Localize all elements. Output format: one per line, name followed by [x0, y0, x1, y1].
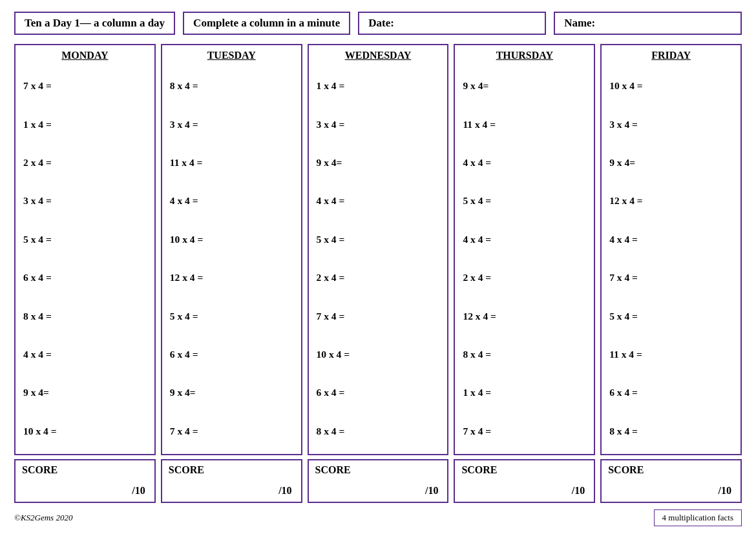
name-box: Name: — [554, 12, 742, 35]
header-row: Ten a Day 1— a column a day Complete a c… — [14, 12, 742, 35]
fact-item: 9 x 4= — [23, 386, 149, 398]
fact-item: 3 x 4 = — [609, 118, 735, 130]
fact-item: 10 x 4 = — [23, 425, 149, 437]
fact-item: 7 x 4 = — [23, 79, 149, 92]
fact-item: 7 x 4 = — [170, 425, 296, 437]
fact-item: 6 x 4 = — [23, 271, 149, 283]
day-column-friday: FRIDAY10 x 4 =3 x 4 =9 x 4=12 x 4 =4 x 4… — [600, 44, 742, 503]
score-label: SCORE — [315, 464, 441, 476]
fact-item: 9 x 4= — [609, 156, 735, 169]
fact-item: 10 x 4 = — [609, 79, 735, 92]
day-header-monday: MONDAY — [16, 45, 154, 64]
facts-badge: 4 multiplication facts — [654, 509, 742, 526]
day-column-wednesday: WEDNESDAY1 x 4 =3 x 4 =9 x 4=4 x 4 =5 x … — [308, 44, 449, 503]
score-box-monday: SCORE/10 — [14, 459, 156, 503]
fact-item: 10 x 4 = — [170, 233, 296, 245]
fact-item: 8 x 4 = — [463, 348, 589, 360]
fact-item: 12 x 4 = — [609, 194, 735, 207]
fact-item: 11 x 4 = — [609, 348, 735, 360]
instructions-box: Complete a column in a minute — [183, 12, 350, 35]
columns-area: MONDAY7 x 4 =1 x 4 =2 x 4 =3 x 4 =5 x 4 … — [14, 44, 742, 503]
fact-item: 5 x 4 = — [317, 233, 443, 245]
title-box: Ten a Day 1— a column a day — [14, 12, 175, 35]
day-column-monday: MONDAY7 x 4 =1 x 4 =2 x 4 =3 x 4 =5 x 4 … — [14, 44, 156, 503]
score-value: /10 — [461, 485, 587, 497]
fact-item: 6 x 4 = — [170, 348, 296, 360]
score-label: SCORE — [608, 464, 734, 476]
fact-item: 12 x 4 = — [463, 310, 589, 322]
fact-item: 4 x 4 = — [463, 156, 589, 169]
fact-item: 9 x 4= — [170, 386, 296, 398]
page: Ten a Day 1— a column a day Complete a c… — [0, 0, 756, 534]
score-box-wednesday: SCORE/10 — [308, 459, 449, 503]
fact-item: 5 x 4 = — [23, 233, 149, 245]
fact-item: 6 x 4 = — [609, 386, 735, 398]
fact-item: 5 x 4 = — [463, 194, 589, 207]
score-box-thursday: SCORE/10 — [454, 459, 595, 503]
facts-box-friday: FRIDAY10 x 4 =3 x 4 =9 x 4=12 x 4 =4 x 4… — [600, 44, 742, 455]
score-box-tuesday: SCORE/10 — [161, 459, 302, 503]
score-value: /10 — [608, 485, 734, 497]
fact-item: 3 x 4 = — [317, 118, 443, 130]
fact-item: 11 x 4 = — [463, 118, 589, 130]
facts-list-monday: 7 x 4 =1 x 4 =2 x 4 =3 x 4 =5 x 4 =6 x 4… — [16, 64, 154, 454]
fact-item: 10 x 4 = — [317, 348, 443, 360]
score-label: SCORE — [169, 464, 295, 476]
name-label: Name: — [564, 17, 595, 29]
fact-item: 2 x 4 = — [463, 271, 589, 283]
fact-item: 1 x 4 = — [23, 118, 149, 130]
score-value: /10 — [169, 485, 295, 497]
fact-item: 8 x 4 = — [609, 425, 735, 437]
day-header-thursday: THURSDAY — [455, 45, 594, 64]
fact-item: 7 x 4 = — [463, 425, 589, 437]
facts-list-thursday: 9 x 4=11 x 4 =4 x 4 =5 x 4 =4 x 4 =2 x 4… — [455, 64, 594, 454]
copyright-text: ©KS2Gems 2020 — [14, 513, 72, 523]
facts-box-thursday: THURSDAY9 x 4=11 x 4 =4 x 4 =5 x 4 =4 x … — [454, 44, 595, 455]
score-label: SCORE — [461, 464, 587, 476]
score-box-friday: SCORE/10 — [600, 459, 742, 503]
fact-item: 4 x 4 = — [609, 233, 735, 245]
fact-item: 1 x 4 = — [463, 386, 589, 398]
fact-item: 11 x 4 = — [170, 156, 296, 169]
footer-row: ©KS2Gems 2020 4 multiplication facts — [14, 508, 742, 526]
fact-item: 2 x 4 = — [317, 271, 443, 283]
day-header-wednesday: WEDNESDAY — [309, 45, 448, 64]
day-header-tuesday: TUESDAY — [162, 45, 301, 64]
instructions-text: Complete a column in a minute — [193, 17, 340, 29]
facts-box-monday: MONDAY7 x 4 =1 x 4 =2 x 4 =3 x 4 =5 x 4 … — [14, 44, 156, 455]
fact-item: 8 x 4 = — [317, 425, 443, 437]
facts-box-tuesday: TUESDAY8 x 4 =3 x 4 =11 x 4 =4 x 4 =10 x… — [161, 44, 302, 455]
facts-badge-text: 4 multiplication facts — [662, 513, 733, 522]
fact-item: 6 x 4 = — [317, 386, 443, 398]
day-column-thursday: THURSDAY9 x 4=11 x 4 =4 x 4 =5 x 4 =4 x … — [454, 44, 595, 503]
fact-item: 4 x 4 = — [23, 348, 149, 360]
fact-item: 9 x 4= — [463, 79, 589, 92]
score-value: /10 — [22, 485, 148, 497]
facts-box-wednesday: WEDNESDAY1 x 4 =3 x 4 =9 x 4=4 x 4 =5 x … — [308, 44, 449, 455]
title-text: Ten a Day 1— a column a day — [25, 17, 165, 29]
fact-item: 12 x 4 = — [170, 271, 296, 283]
day-column-tuesday: TUESDAY8 x 4 =3 x 4 =11 x 4 =4 x 4 =10 x… — [161, 44, 302, 503]
fact-item: 3 x 4 = — [170, 118, 296, 130]
fact-item: 4 x 4 = — [463, 233, 589, 245]
date-box: Date: — [358, 12, 546, 35]
facts-list-wednesday: 1 x 4 =3 x 4 =9 x 4=4 x 4 =5 x 4 =2 x 4 … — [309, 64, 448, 454]
fact-item: 5 x 4 = — [170, 310, 296, 322]
fact-item: 7 x 4 = — [609, 271, 735, 283]
facts-list-friday: 10 x 4 =3 x 4 =9 x 4=12 x 4 =4 x 4 =7 x … — [602, 64, 740, 454]
facts-list-tuesday: 8 x 4 =3 x 4 =11 x 4 =4 x 4 =10 x 4 =12 … — [162, 64, 301, 454]
fact-item: 5 x 4 = — [609, 310, 735, 322]
fact-item: 7 x 4 = — [317, 310, 443, 322]
fact-item: 8 x 4 = — [23, 310, 149, 322]
score-value: /10 — [315, 485, 441, 497]
fact-item: 1 x 4 = — [317, 79, 443, 92]
date-label: Date: — [368, 17, 394, 29]
fact-item: 9 x 4= — [317, 156, 443, 169]
fact-item: 2 x 4 = — [23, 156, 149, 169]
day-header-friday: FRIDAY — [602, 45, 740, 64]
fact-item: 4 x 4 = — [317, 194, 443, 207]
fact-item: 4 x 4 = — [170, 194, 296, 207]
score-label: SCORE — [22, 464, 148, 476]
fact-item: 8 x 4 = — [170, 79, 296, 92]
fact-item: 3 x 4 = — [23, 194, 149, 207]
